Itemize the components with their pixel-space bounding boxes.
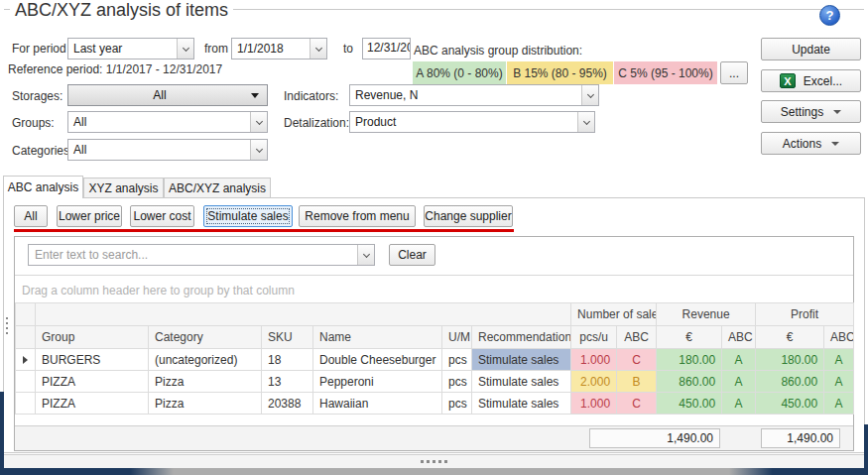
- profit-abc-cell[interactable]: A: [824, 393, 854, 415]
- tab-abc-analysis[interactable]: ABC analysis: [3, 176, 83, 198]
- profit-cell[interactable]: 450.00: [756, 393, 824, 415]
- column-header-revenue-eur[interactable]: €: [657, 326, 722, 349]
- sales-abc-cell[interactable]: B: [617, 371, 657, 393]
- filter-remove-from-menu-button[interactable]: Remove from menu: [299, 205, 416, 227]
- column-header-category[interactable]: Category: [149, 326, 262, 349]
- um-cell[interactable]: pcs: [442, 393, 472, 415]
- clear-search-button[interactable]: Clear: [389, 244, 435, 266]
- band-empty: [16, 303, 36, 326]
- sales-cell[interactable]: 1.000: [571, 393, 617, 415]
- recommendation-cell[interactable]: Stimulate sales: [472, 371, 571, 393]
- filter-all-button[interactable]: All: [14, 205, 48, 227]
- detalization-combobox[interactable]: Product: [349, 111, 595, 133]
- revenue-abc-cell[interactable]: A: [722, 349, 756, 371]
- group-cell[interactable]: PIZZA: [36, 371, 149, 393]
- revenue-cell[interactable]: 860.00: [657, 371, 722, 393]
- column-header-group[interactable]: Group: [36, 326, 149, 349]
- revenue-abc-cell[interactable]: A: [722, 393, 756, 415]
- group-cell[interactable]: PIZZA: [36, 393, 149, 415]
- excel-button-label: Excel...: [804, 74, 842, 88]
- revenue-cell[interactable]: 450.00: [657, 393, 722, 415]
- row-indicator-header: [16, 326, 36, 349]
- help-icon[interactable]: ?: [819, 5, 840, 26]
- group-by-hint[interactable]: Drag a column header here to group by th…: [22, 284, 295, 297]
- group-cell[interactable]: BURGERS: [36, 349, 149, 371]
- profit-cell[interactable]: 180.00: [756, 349, 824, 371]
- groups-combobox[interactable]: All: [67, 111, 268, 133]
- profit-abc-cell[interactable]: A: [824, 349, 854, 371]
- column-header-um[interactable]: U/M: [442, 326, 472, 349]
- name-cell[interactable]: Pepperoni: [313, 371, 442, 393]
- column-header-profit-abc[interactable]: ABC: [824, 326, 854, 349]
- excel-icon: X: [780, 73, 796, 88]
- groups-dropdown-button[interactable]: [250, 112, 267, 132]
- recommendation-cell[interactable]: Stimulate sales: [472, 349, 571, 371]
- profit-total: 1,490.00: [761, 428, 840, 448]
- name-cell[interactable]: Double Cheeseburger: [313, 349, 442, 371]
- storages-dropdown[interactable]: All: [67, 84, 268, 106]
- tab-abcxyz-analysis[interactable]: ABC/XYZ analysis: [164, 178, 271, 197]
- search-input[interactable]: [28, 244, 375, 266]
- filter-change-supplier-button[interactable]: Change supplier: [424, 205, 513, 227]
- sku-cell[interactable]: 18: [262, 349, 313, 371]
- revenue-total: 1,490.00: [589, 428, 720, 448]
- sku-cell[interactable]: 20388: [262, 393, 313, 415]
- category-cell[interactable]: (uncategorized): [149, 349, 262, 371]
- from-date-combobox[interactable]: 1/1/2018: [231, 38, 327, 59]
- sales-abc-cell[interactable]: C: [617, 349, 657, 371]
- left-splitter-handle[interactable]: [3, 317, 11, 334]
- recommendation-cell[interactable]: Stimulate sales: [472, 393, 571, 415]
- sales-cell[interactable]: 2.000: [571, 371, 617, 393]
- categories-combobox[interactable]: All: [67, 139, 268, 161]
- table-row[interactable]: PIZZA Pizza 20388 Hawaiian pcs Stimulate…: [16, 393, 854, 415]
- row-indicator-cell: [16, 371, 36, 393]
- column-header-profit-eur[interactable]: €: [756, 326, 824, 349]
- to-date-field[interactable]: 12/31/20: [362, 38, 411, 59]
- indicators-label: Indicators:: [284, 89, 338, 103]
- profit-cell[interactable]: 860.00: [756, 371, 824, 393]
- update-button[interactable]: Update: [761, 38, 861, 60]
- profit-abc-cell[interactable]: A: [824, 371, 854, 393]
- sku-cell[interactable]: 13: [262, 371, 313, 393]
- tab-xyz-analysis[interactable]: XYZ analysis: [83, 178, 164, 197]
- indicators-dropdown-button[interactable]: [581, 85, 598, 105]
- filter-lower-price-button[interactable]: Lower price: [57, 205, 122, 227]
- category-cell[interactable]: Pizza: [149, 371, 262, 393]
- column-header-recommendations[interactable]: Recommendations: [472, 326, 571, 349]
- revenue-abc-cell[interactable]: A: [722, 371, 756, 393]
- band-header-profit[interactable]: Profit: [756, 303, 854, 326]
- column-header-name[interactable]: Name: [313, 326, 442, 349]
- chevron-down-icon: [586, 90, 593, 97]
- category-cell[interactable]: Pizza: [149, 393, 262, 415]
- period-combobox[interactable]: Last year: [67, 38, 194, 59]
- triangle-down-icon: [251, 93, 259, 98]
- excel-button[interactable]: X Excel...: [761, 69, 861, 92]
- indicators-combobox[interactable]: Revenue, N: [349, 84, 599, 106]
- column-header-revenue-abc[interactable]: ABC: [722, 326, 756, 349]
- period-dropdown-button[interactable]: [177, 39, 193, 59]
- filter-lower-cost-button[interactable]: Lower cost: [130, 205, 194, 227]
- band-header-number-of-sales[interactable]: Number of sales: [571, 303, 657, 326]
- bottom-splitter[interactable]: [0, 454, 868, 468]
- table-row[interactable]: BURGERS (uncategorized) 18 Double Cheese…: [16, 349, 854, 371]
- band-header-revenue[interactable]: Revenue: [657, 303, 756, 326]
- table-row[interactable]: PIZZA Pizza 13 Pepperoni pcs Stimulate s…: [16, 371, 854, 393]
- categories-dropdown-button[interactable]: [250, 140, 267, 160]
- column-header-sales-abc[interactable]: ABC: [617, 326, 657, 349]
- revenue-cell[interactable]: 180.00: [657, 349, 722, 371]
- detalization-dropdown-button[interactable]: [577, 112, 594, 132]
- filter-stimulate-sales-button[interactable]: Stimulate sales: [203, 205, 293, 227]
- band-header-row: Number of sales Revenue Profit: [16, 303, 854, 326]
- search-dropdown-button[interactable]: [357, 245, 374, 265]
- sales-cell[interactable]: 1.000: [571, 349, 617, 371]
- from-date-dropdown-button[interactable]: [310, 39, 326, 59]
- um-cell[interactable]: pcs: [442, 371, 472, 393]
- abc-distribution-more-button[interactable]: ...: [720, 61, 748, 84]
- actions-button[interactable]: Actions: [761, 132, 861, 155]
- column-header-pcs[interactable]: pcs/u: [571, 326, 617, 349]
- name-cell[interactable]: Hawaiian: [313, 393, 442, 415]
- settings-button[interactable]: Settings: [761, 100, 861, 123]
- sales-abc-cell[interactable]: C: [617, 393, 657, 415]
- um-cell[interactable]: pcs: [442, 349, 472, 371]
- column-header-sku[interactable]: SKU: [262, 326, 313, 349]
